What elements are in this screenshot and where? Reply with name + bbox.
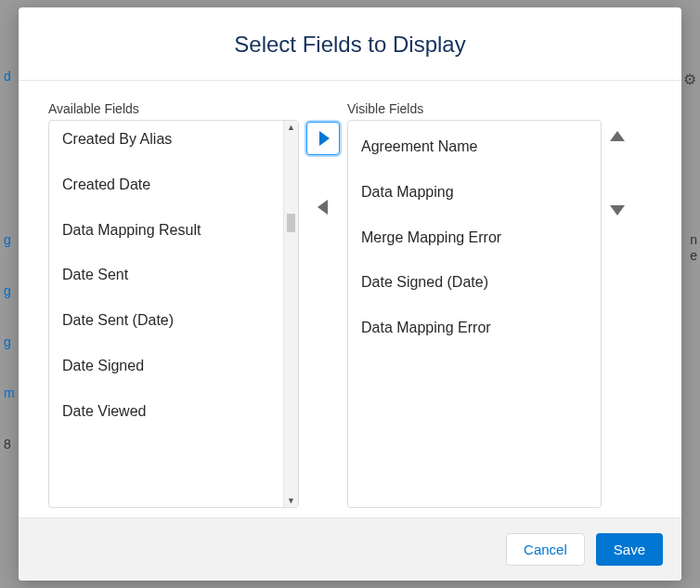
dialog-title: Select Fields to Display	[37, 32, 663, 58]
visible-field-item[interactable]: Agreement Name	[348, 124, 601, 170]
reorder-buttons-column	[602, 101, 633, 508]
triangle-right-icon	[319, 131, 330, 146]
available-fields-list: Created By Alias Created Date Data Mappi…	[49, 121, 283, 507]
available-field-item[interactable]: Date Signed	[49, 344, 283, 389]
move-right-button[interactable]	[306, 122, 340, 155]
move-up-button[interactable]	[603, 122, 631, 150]
visible-field-item[interactable]: Data Mapping Error	[348, 306, 601, 351]
available-field-item[interactable]: Created By Alias	[49, 124, 283, 163]
background-text: g	[4, 232, 11, 247]
available-field-item[interactable]: Date Viewed	[49, 389, 283, 435]
visible-fields-label: Visible Fields	[347, 101, 602, 116]
background-text: g	[4, 283, 11, 298]
gear-icon: ⚙	[683, 71, 696, 88]
move-left-button[interactable]	[306, 190, 340, 224]
background-text: g	[4, 334, 11, 349]
scroll-thumb[interactable]	[287, 214, 295, 232]
available-scrollbar[interactable]: ▲ ▼	[283, 121, 298, 507]
move-down-button[interactable]	[603, 196, 631, 224]
visible-fields-listbox[interactable]: Agreement Name Data Mapping Merge Mappin…	[347, 120, 602, 508]
visible-fields-column: Visible Fields Agreement Name Data Mappi…	[347, 101, 602, 508]
triangle-up-icon	[610, 131, 625, 141]
dialog-body: Available Fields Created By Alias Create…	[19, 81, 681, 517]
background-text: d	[4, 69, 11, 84]
available-fields-listbox[interactable]: Created By Alias Created Date Data Mappi…	[48, 120, 299, 508]
scroll-down-icon[interactable]: ▼	[284, 494, 298, 507]
available-field-item[interactable]: Created Date	[49, 163, 283, 208]
available-field-item[interactable]: Date Sent	[49, 253, 283, 298]
background-text: m	[4, 385, 15, 400]
background-text: n	[690, 232, 697, 247]
select-fields-dialog: Select Fields to Display Available Field…	[19, 7, 681, 581]
available-fields-label: Available Fields	[48, 101, 299, 116]
available-field-item[interactable]: Data Mapping Result	[49, 208, 283, 254]
background-text: 8	[4, 437, 11, 451]
scroll-up-icon[interactable]: ▲	[284, 121, 298, 134]
save-button[interactable]: Save	[596, 533, 663, 566]
visible-field-item[interactable]: Date Signed (Date)	[348, 260, 601, 306]
transfer-buttons-column	[299, 101, 347, 508]
triangle-left-icon	[318, 200, 328, 215]
available-fields-column: Available Fields Created By Alias Create…	[48, 101, 299, 508]
cancel-button[interactable]: Cancel	[506, 533, 585, 566]
dialog-header: Select Fields to Display	[19, 7, 681, 81]
triangle-down-icon	[610, 205, 625, 216]
visible-field-item[interactable]: Data Mapping	[348, 170, 601, 216]
dialog-footer: Cancel Save	[19, 517, 681, 581]
background-text: e	[690, 248, 697, 263]
available-field-item[interactable]: Date Sent (Date)	[49, 298, 283, 344]
visible-field-item[interactable]: Merge Mapping Error	[348, 216, 601, 261]
